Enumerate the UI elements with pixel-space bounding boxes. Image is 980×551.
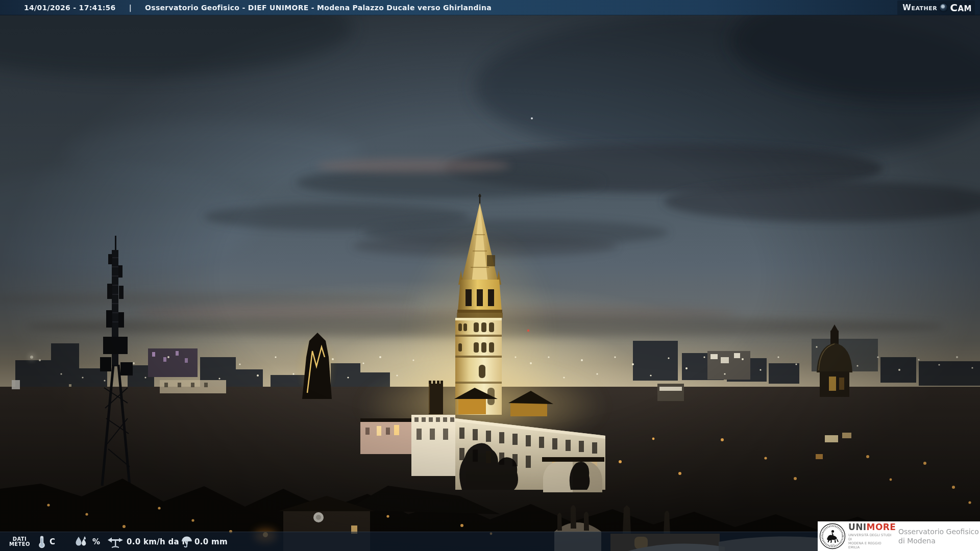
unimore-logo-box[interactable]: 1175 UNIMORE UNIVERSITÀ DEGLI STUDI DI M…: [818, 521, 980, 551]
wind-vane-icon: [106, 532, 125, 551]
dati-meteo-label[interactable]: DATI METEO: [9, 532, 30, 551]
camera-lens-icon: [940, 4, 947, 11]
thermometer-icon: [38, 532, 46, 551]
rain-readout: 0.0 mm: [194, 532, 228, 551]
temperature-readout: C: [50, 532, 55, 551]
top-status-bar: 14/01/2026 - 17:41:56 | Osservatorio Geo…: [0, 0, 980, 15]
humidity-readout: %: [92, 532, 100, 551]
webcam-photo-modena-skyline: [0, 0, 980, 551]
temperature-unit: C: [50, 537, 55, 546]
umbrella-icon: [181, 532, 193, 551]
unimore-uni: UNI: [848, 522, 867, 532]
brand-weather-label: WEATHER: [902, 3, 937, 12]
unimore-seal-icon: 1175: [819, 522, 846, 550]
drops-icon: [74, 532, 89, 551]
unimore-wordmark: UNIMORE UNIVERSITÀ DEGLI STUDI DI MODENA…: [848, 523, 893, 550]
svg-text:1175: 1175: [830, 544, 835, 546]
separator: |: [129, 4, 132, 12]
weather-cam-brand: WEATHER CAM: [897, 1, 975, 15]
brand-cam-label: CAM: [950, 2, 972, 14]
unimore-more: MORE: [867, 522, 896, 532]
webcam-viewer: 14/01/2026 - 17:41:56 | Osservatorio Geo…: [0, 0, 980, 551]
university-line1: UNIVERSITÀ DEGLI STUDI DI: [848, 533, 893, 541]
humidity-unit: %: [92, 537, 100, 546]
university-line2: MODENA E REGGIO EMILIA: [848, 541, 893, 549]
wind-readout: 0.0 km/h da N: [127, 532, 188, 551]
vignette: [0, 0, 980, 551]
page-title: Osservatorio Geofisico - DIEF UNIMORE - …: [145, 4, 492, 12]
observatory-name: Osservatorio Geofisico di Modena: [898, 527, 979, 545]
timestamp: 14/01/2026 - 17:41:56: [24, 4, 116, 12]
